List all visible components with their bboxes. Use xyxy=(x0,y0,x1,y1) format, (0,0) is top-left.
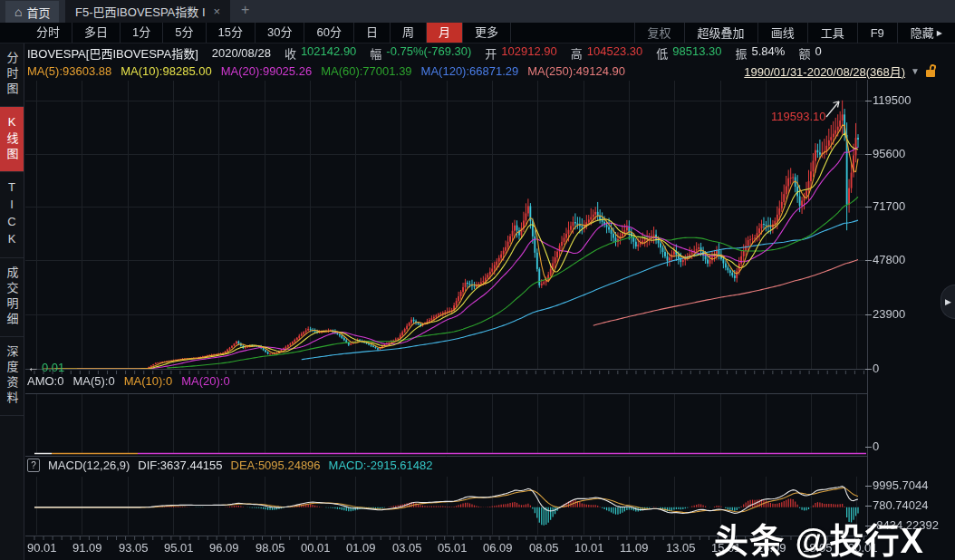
ma250-value: MA(250):49124.90 xyxy=(527,64,625,78)
x-axis-label: 08.05 xyxy=(529,541,559,555)
x-axis-label: 95.01 xyxy=(164,541,194,555)
change-value: -0.75%(-769.30) xyxy=(386,44,471,62)
x-axis-label: 05.01 xyxy=(438,541,468,555)
ma20-value: MA(20):99025.26 xyxy=(221,64,312,78)
high-value: 104523.30 xyxy=(587,44,642,62)
x-axis-label: 13.05 xyxy=(666,541,696,555)
change-label: 幅 xyxy=(370,44,381,62)
draw-line-button[interactable]: 画线 xyxy=(757,23,807,43)
x-axis-label: 01.09 xyxy=(346,541,376,555)
help-icon[interactable]: ? xyxy=(27,459,40,472)
period-week[interactable]: 周 xyxy=(391,23,427,43)
macd-axis-tick: 9995.7044 xyxy=(873,478,928,492)
date-range-link[interactable]: 1990/01/31-2020/08/28(368月) xyxy=(744,63,905,80)
period-60min[interactable]: 60分 xyxy=(304,23,353,43)
super-overlay-button[interactable]: 超级叠加 xyxy=(684,23,757,43)
sidebar-item-fenshitu[interactable]: 分时图 xyxy=(0,43,24,107)
open-label: 开 xyxy=(485,44,497,62)
period-fenshi[interactable]: 分时 xyxy=(24,23,72,43)
adjust-price-button[interactable]: 复权 xyxy=(634,23,684,43)
home-icon: ⌂ xyxy=(14,5,22,19)
macd-dea-value: DEA:5095.24896 xyxy=(231,459,321,472)
expand-arrow-icon: ▶ xyxy=(945,297,951,306)
amplitude-value: 5.84% xyxy=(752,44,786,62)
trading-app-window: ⌂ 首页 F5-巴西IBOVESPA指数 I × + 分时 多日 1分 5分 1… xyxy=(0,0,955,560)
hide-button[interactable]: 隐藏 ▶ xyxy=(897,23,955,43)
period-day[interactable]: 日 xyxy=(354,23,391,43)
x-axis-label: 00.01 xyxy=(301,541,331,555)
x-axis-label: 03.05 xyxy=(392,541,422,555)
symbol-name: IBOVESPA[巴西IBOVESPA指数] xyxy=(27,44,198,62)
sidebar-item-chengjiaomingxi[interactable]: 成交明细 xyxy=(0,258,24,337)
chevron-right-icon: ▶ xyxy=(937,24,942,43)
ma10-value: MA(10):98285.00 xyxy=(121,64,211,78)
ma5-value: MA(5):93603.88 xyxy=(27,64,111,78)
low-value: 98513.30 xyxy=(672,44,721,62)
tab-bar: ⌂ 首页 F5-巴西IBOVESPA指数 I × + xyxy=(0,0,955,23)
y-axis-tick: 95600 xyxy=(873,147,905,160)
chart-tab[interactable]: F5-巴西IBOVESPA指数 I × xyxy=(65,0,230,23)
macd-indicator-row: ? MACD(12,26,9) DIF:3637.44155 DEA:5095.… xyxy=(27,459,432,472)
macd-dif-value: DIF:3637.44155 xyxy=(138,459,222,472)
sidebar-item-shenduziliao[interactable]: 深度资料 xyxy=(0,337,24,416)
open-value: 102912.90 xyxy=(501,44,556,62)
x-axis-label: 10.01 xyxy=(574,541,604,555)
period-duori[interactable]: 多日 xyxy=(72,23,121,43)
y-axis-tick: 0 xyxy=(873,362,879,375)
period-month-active[interactable]: 月 xyxy=(427,23,463,43)
y-axis-tick: 23900 xyxy=(873,307,905,321)
ma60-value: MA(60):77001.39 xyxy=(321,64,411,78)
period-1min[interactable]: 1分 xyxy=(121,23,163,43)
macd-title[interactable]: MACD(12,26,9) xyxy=(48,459,130,472)
chevron-down-icon[interactable]: ▼ xyxy=(911,66,920,76)
period-5min[interactable]: 5分 xyxy=(163,23,206,43)
amo-ma20-value: MA(20):0 xyxy=(181,374,229,388)
close-value: 102142.90 xyxy=(301,44,356,62)
hide-button-label: 隐藏 xyxy=(911,24,934,43)
macd-axis-tick: 780.74024 xyxy=(873,498,928,512)
chart-canvas[interactable] xyxy=(0,0,955,560)
x-axis-label: 11.09 xyxy=(620,541,649,555)
amo-ma5-value: MA(5):0 xyxy=(72,374,114,388)
y-axis-tick: 71700 xyxy=(873,199,905,213)
period-more[interactable]: 更多 xyxy=(463,23,511,43)
low-label: 低 xyxy=(656,44,668,62)
left-sidebar: 分时图 K线图 TICK 成交明细 深度资料 xyxy=(0,43,24,560)
watermark: 头条 @投行X xyxy=(714,513,924,560)
ma-values-bar: MA(5):93603.88 MA(10):98285.00 MA(20):99… xyxy=(27,62,625,80)
period-30min[interactable]: 30分 xyxy=(256,23,304,43)
amount-label: 额 xyxy=(798,44,810,62)
amo-indicator-row: AMO:0 MA(5):0 MA(10):0 MA(20):0 xyxy=(27,374,230,388)
sidebar-item-klinetu-active[interactable]: K线图 xyxy=(0,107,24,172)
right-toolbar: 复权 超级叠加 画线 工具 F9 隐藏 ▶ xyxy=(634,23,955,43)
lock-icon[interactable] xyxy=(925,64,937,77)
x-axis-label: 98.05 xyxy=(256,541,285,555)
amplitude-label: 振 xyxy=(736,44,748,62)
left-arrow-icon: ← xyxy=(27,361,39,374)
quote-date: 2020/08/28 xyxy=(212,46,271,60)
date-range-control: 1990/01/31-2020/08/28(368月) ▼ xyxy=(744,62,937,80)
amo-value: AMO:0 xyxy=(27,374,63,388)
sidebar-item-tick[interactable]: TICK xyxy=(0,172,24,258)
period-15min[interactable]: 15分 xyxy=(207,23,256,43)
close-icon[interactable]: × xyxy=(214,5,221,18)
y-axis-tick: 47800 xyxy=(873,253,905,266)
new-tab-button[interactable]: + xyxy=(241,2,249,18)
x-axis-label: 93.05 xyxy=(119,541,149,555)
ma120-value: MA(120):66871.29 xyxy=(421,64,519,78)
tools-button[interactable]: 工具 xyxy=(807,23,857,43)
high-label: 高 xyxy=(571,44,583,62)
quote-bar: IBOVESPA[巴西IBOVESPA指数] 2020/08/28 收10214… xyxy=(27,43,822,62)
all-time-low-marker: ← 0.01 xyxy=(27,361,64,374)
y-axis-tick: 119500 xyxy=(873,93,911,107)
close-label: 收 xyxy=(285,44,296,62)
amount-value: 0 xyxy=(815,44,821,62)
period-toolbar: 分时 多日 1分 5分 15分 30分 60分 日 周 月 更多 复权 超级叠加… xyxy=(0,23,955,43)
macd-hist-value: MACD:-2915.61482 xyxy=(329,459,433,472)
home-tab[interactable]: ⌂ 首页 xyxy=(5,1,59,23)
amo-ma10-value: MA(10):0 xyxy=(124,374,172,388)
f9-button[interactable]: F9 xyxy=(857,23,897,43)
x-axis-label: 90.01 xyxy=(27,541,57,555)
x-axis-label: 06.09 xyxy=(483,541,513,555)
home-tab-label: 首页 xyxy=(26,4,50,21)
